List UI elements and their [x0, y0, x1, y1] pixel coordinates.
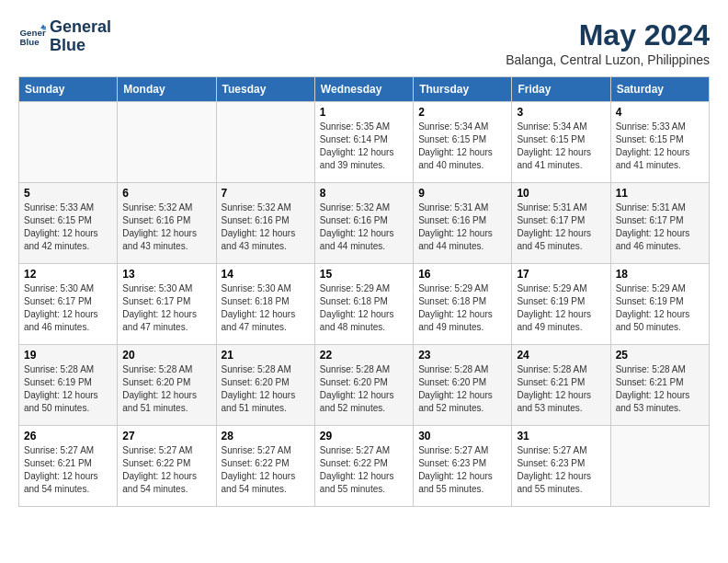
- day-info: Sunrise: 5:29 AM Sunset: 6:19 PM Dayligh…: [616, 282, 704, 334]
- calendar-day-cell: 15Sunrise: 5:29 AM Sunset: 6:18 PM Dayli…: [314, 264, 413, 345]
- calendar-day-cell: 24Sunrise: 5:28 AM Sunset: 6:21 PM Dayli…: [512, 345, 610, 426]
- calendar-day-cell: 27Sunrise: 5:27 AM Sunset: 6:22 PM Dayli…: [118, 426, 216, 507]
- calendar-day-cell: 5Sunrise: 5:33 AM Sunset: 6:15 PM Daylig…: [19, 183, 118, 264]
- day-info: Sunrise: 5:32 AM Sunset: 6:16 PM Dayligh…: [222, 201, 310, 253]
- day-number: 18: [616, 268, 704, 281]
- day-number: 24: [517, 349, 605, 362]
- calendar-day-cell: 23Sunrise: 5:28 AM Sunset: 6:20 PM Dayli…: [414, 345, 512, 426]
- day-number: 21: [222, 349, 310, 362]
- day-info: Sunrise: 5:31 AM Sunset: 6:17 PM Dayligh…: [517, 201, 605, 253]
- day-info: Sunrise: 5:29 AM Sunset: 6:18 PM Dayligh…: [320, 282, 408, 334]
- day-number: 22: [320, 349, 408, 362]
- calendar-day-cell: 17Sunrise: 5:29 AM Sunset: 6:19 PM Dayli…: [512, 264, 610, 345]
- day-info: Sunrise: 5:30 AM Sunset: 6:17 PM Dayligh…: [24, 282, 112, 334]
- calendar-day-cell: 2Sunrise: 5:34 AM Sunset: 6:15 PM Daylig…: [414, 102, 512, 183]
- day-number: 13: [122, 268, 210, 281]
- calendar-day-cell: 11Sunrise: 5:31 AM Sunset: 6:17 PM Dayli…: [610, 183, 709, 264]
- day-info: Sunrise: 5:35 AM Sunset: 6:14 PM Dayligh…: [320, 121, 408, 172]
- page-header: General Blue General Blue May 2024 Balan…: [18, 18, 710, 67]
- weekday-header-cell: Monday: [118, 77, 216, 102]
- calendar-day-cell: 4Sunrise: 5:33 AM Sunset: 6:15 PM Daylig…: [610, 102, 709, 183]
- day-number: 4: [616, 106, 704, 119]
- location: Balanga, Central Luzon, Philippines: [506, 52, 710, 67]
- day-info: Sunrise: 5:31 AM Sunset: 6:17 PM Dayligh…: [616, 201, 704, 253]
- day-number: 29: [320, 430, 408, 442]
- day-info: Sunrise: 5:32 AM Sunset: 6:16 PM Dayligh…: [320, 201, 408, 253]
- logo-text: General Blue: [50, 18, 111, 55]
- day-number: 12: [24, 268, 112, 281]
- day-info: Sunrise: 5:28 AM Sunset: 6:21 PM Dayligh…: [517, 363, 605, 415]
- calendar-day-cell: [216, 102, 314, 183]
- day-info: Sunrise: 5:34 AM Sunset: 6:15 PM Dayligh…: [418, 121, 506, 172]
- day-info: Sunrise: 5:27 AM Sunset: 6:21 PM Dayligh…: [24, 444, 112, 496]
- calendar-day-cell: 19Sunrise: 5:28 AM Sunset: 6:19 PM Dayli…: [19, 345, 118, 426]
- calendar-body: 1Sunrise: 5:35 AM Sunset: 6:14 PM Daylig…: [19, 102, 710, 507]
- day-info: Sunrise: 5:33 AM Sunset: 6:15 PM Dayligh…: [616, 121, 704, 172]
- calendar-day-cell: 30Sunrise: 5:27 AM Sunset: 6:23 PM Dayli…: [414, 426, 512, 507]
- calendar-day-cell: 3Sunrise: 5:34 AM Sunset: 6:15 PM Daylig…: [512, 102, 610, 183]
- day-number: 25: [616, 349, 704, 362]
- day-number: 28: [222, 430, 310, 442]
- day-info: Sunrise: 5:28 AM Sunset: 6:20 PM Dayligh…: [418, 363, 506, 415]
- title-block: May 2024 Balanga, Central Luzon, Philipp…: [506, 18, 710, 67]
- day-info: Sunrise: 5:28 AM Sunset: 6:20 PM Dayligh…: [122, 363, 210, 415]
- weekday-header-cell: Sunday: [19, 77, 118, 102]
- day-number: 6: [122, 187, 210, 200]
- day-info: Sunrise: 5:28 AM Sunset: 6:20 PM Dayligh…: [320, 363, 408, 415]
- weekday-header-cell: Saturday: [610, 77, 709, 102]
- weekday-header-cell: Friday: [512, 77, 610, 102]
- day-number: 2: [418, 106, 506, 119]
- calendar-day-cell: 16Sunrise: 5:29 AM Sunset: 6:18 PM Dayli…: [414, 264, 512, 345]
- day-number: 14: [222, 268, 310, 281]
- calendar-table: SundayMondayTuesdayWednesdayThursdayFrid…: [18, 76, 710, 507]
- calendar-day-cell: 22Sunrise: 5:28 AM Sunset: 6:20 PM Dayli…: [314, 345, 413, 426]
- day-number: 26: [24, 430, 112, 442]
- calendar-day-cell: 12Sunrise: 5:30 AM Sunset: 6:17 PM Dayli…: [19, 264, 118, 345]
- calendar-day-cell: [118, 102, 216, 183]
- calendar-day-cell: 7Sunrise: 5:32 AM Sunset: 6:16 PM Daylig…: [216, 183, 314, 264]
- day-info: Sunrise: 5:27 AM Sunset: 6:22 PM Dayligh…: [222, 444, 310, 496]
- calendar-day-cell: 25Sunrise: 5:28 AM Sunset: 6:21 PM Dayli…: [610, 345, 709, 426]
- calendar-day-cell: 31Sunrise: 5:27 AM Sunset: 6:23 PM Dayli…: [512, 426, 610, 507]
- day-info: Sunrise: 5:29 AM Sunset: 6:18 PM Dayligh…: [418, 282, 506, 334]
- day-number: 16: [418, 268, 506, 281]
- calendar-day-cell: 20Sunrise: 5:28 AM Sunset: 6:20 PM Dayli…: [118, 345, 216, 426]
- day-info: Sunrise: 5:27 AM Sunset: 6:22 PM Dayligh…: [320, 444, 408, 496]
- calendar-day-cell: 21Sunrise: 5:28 AM Sunset: 6:20 PM Dayli…: [216, 345, 314, 426]
- calendar-day-cell: 10Sunrise: 5:31 AM Sunset: 6:17 PM Dayli…: [512, 183, 610, 264]
- day-info: Sunrise: 5:34 AM Sunset: 6:15 PM Dayligh…: [517, 121, 605, 172]
- calendar-day-cell: 29Sunrise: 5:27 AM Sunset: 6:22 PM Dayli…: [314, 426, 413, 507]
- calendar-day-cell: 6Sunrise: 5:32 AM Sunset: 6:16 PM Daylig…: [118, 183, 216, 264]
- calendar-week-row: 26Sunrise: 5:27 AM Sunset: 6:21 PM Dayli…: [19, 426, 710, 507]
- day-info: Sunrise: 5:30 AM Sunset: 6:17 PM Dayligh…: [122, 282, 210, 334]
- calendar-week-row: 19Sunrise: 5:28 AM Sunset: 6:19 PM Dayli…: [19, 345, 710, 426]
- day-info: Sunrise: 5:27 AM Sunset: 6:22 PM Dayligh…: [122, 444, 210, 496]
- day-number: 31: [517, 430, 605, 442]
- svg-text:General: General: [20, 27, 47, 37]
- day-number: 23: [418, 349, 506, 362]
- day-info: Sunrise: 5:28 AM Sunset: 6:20 PM Dayligh…: [222, 363, 310, 415]
- day-number: 10: [517, 187, 605, 200]
- calendar-day-cell: 8Sunrise: 5:32 AM Sunset: 6:16 PM Daylig…: [314, 183, 413, 264]
- calendar-week-row: 1Sunrise: 5:35 AM Sunset: 6:14 PM Daylig…: [19, 102, 710, 183]
- calendar-day-cell: 9Sunrise: 5:31 AM Sunset: 6:16 PM Daylig…: [414, 183, 512, 264]
- weekday-header-cell: Wednesday: [314, 77, 413, 102]
- day-info: Sunrise: 5:31 AM Sunset: 6:16 PM Dayligh…: [418, 201, 506, 253]
- day-info: Sunrise: 5:33 AM Sunset: 6:15 PM Dayligh…: [24, 201, 112, 253]
- calendar-week-row: 12Sunrise: 5:30 AM Sunset: 6:17 PM Dayli…: [19, 264, 710, 345]
- day-number: 3: [517, 106, 605, 119]
- day-number: 27: [122, 430, 210, 442]
- day-info: Sunrise: 5:27 AM Sunset: 6:23 PM Dayligh…: [517, 444, 605, 496]
- weekday-header-cell: Tuesday: [216, 77, 314, 102]
- day-number: 9: [418, 187, 506, 200]
- month-title: May 2024: [506, 18, 710, 52]
- logo: General Blue General Blue: [18, 18, 111, 55]
- logo-icon: General Blue: [18, 23, 46, 51]
- day-info: Sunrise: 5:28 AM Sunset: 6:21 PM Dayligh…: [616, 363, 704, 415]
- day-info: Sunrise: 5:27 AM Sunset: 6:23 PM Dayligh…: [418, 444, 506, 496]
- day-info: Sunrise: 5:32 AM Sunset: 6:16 PM Dayligh…: [122, 201, 210, 253]
- calendar-day-cell: 13Sunrise: 5:30 AM Sunset: 6:17 PM Dayli…: [118, 264, 216, 345]
- calendar-day-cell: [610, 426, 709, 507]
- day-number: 7: [222, 187, 310, 200]
- day-number: 11: [616, 187, 704, 200]
